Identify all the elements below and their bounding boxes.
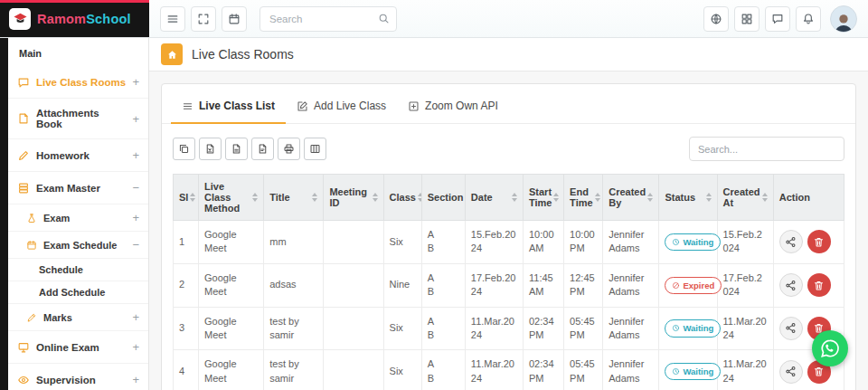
column-header-meeting-id[interactable]: Meeting ID: [324, 175, 383, 221]
column-header-action[interactable]: Action: [773, 175, 844, 221]
calendar-button[interactable]: [222, 6, 247, 32]
row-meeting-id: [324, 307, 383, 350]
tab-add-live-class[interactable]: Add Live Class: [286, 90, 397, 124]
global-search: [259, 6, 397, 32]
attachments-icon: [17, 112, 30, 125]
clock-icon: [672, 324, 680, 332]
live-class-table: SlLive Class MethodTitleMeeting IDClassS…: [173, 174, 844, 390]
share-class-button[interactable]: [779, 230, 803, 253]
row-actions: [773, 221, 844, 264]
row-sl: 1: [174, 221, 199, 264]
column-label: Class: [390, 192, 416, 203]
row-start-time: 02:34 PM: [524, 350, 564, 390]
column-header-status[interactable]: Status: [659, 175, 717, 221]
sort-icon: [762, 193, 768, 202]
sidebar-item-schedule[interactable]: Schedule: [8, 259, 148, 281]
share-class-button[interactable]: [779, 317, 803, 340]
row-title: adsas: [264, 263, 324, 307]
language-globe-button[interactable]: [703, 6, 729, 32]
sidebar-rail: [0, 38, 8, 390]
notifications-bell-button[interactable]: [796, 6, 821, 32]
sidebar-item-exam-master[interactable]: Exam Master−: [8, 172, 148, 205]
row-status: Waiting: [659, 221, 717, 264]
column-header-created-by[interactable]: Created By: [603, 175, 659, 221]
column-label: Title: [269, 192, 289, 203]
topbar-main: [149, 0, 868, 37]
sidebar-item-label: Exam Schedule: [43, 240, 117, 251]
row-created-at: 15.Feb.2024: [717, 221, 773, 264]
status-badge: Waiting: [665, 319, 721, 337]
pdf-button[interactable]: [251, 138, 274, 160]
csv-icon: [231, 143, 242, 155]
sidebar-item-homework[interactable]: Homework+: [8, 139, 148, 172]
tab-live-class-list[interactable]: Live Class List: [171, 90, 286, 124]
column-header-sl[interactable]: Sl: [174, 175, 199, 221]
whatsapp-button[interactable]: [812, 330, 848, 366]
sidebar-item-supervision[interactable]: Supervision+: [8, 364, 148, 390]
sidebar-item-attachments-book[interactable]: Attachments Book+: [8, 99, 148, 139]
messages-button[interactable]: [765, 6, 790, 32]
table-toolbar: [162, 124, 855, 174]
logo[interactable]: RamomSchool: [0, 0, 149, 37]
user-avatar[interactable]: [830, 5, 857, 33]
row-class: Six: [383, 307, 421, 350]
exam-master-icon: [17, 182, 30, 195]
print-button[interactable]: [278, 138, 300, 160]
table-search-input[interactable]: [689, 137, 844, 161]
copy-button[interactable]: [173, 138, 195, 160]
share-class-button[interactable]: [779, 360, 803, 384]
column-header-live-class-method[interactable]: Live Class Method: [199, 175, 264, 221]
search-icon[interactable]: [378, 13, 390, 24]
share-class-button[interactable]: [779, 273, 803, 297]
table-row: 3Google Meettest by samirSixA B11.Mar.20…: [174, 307, 844, 350]
excel-button[interactable]: [199, 138, 222, 160]
tab-zoom-own-api[interactable]: Zoom Own API: [397, 90, 509, 124]
column-header-section[interactable]: Section: [421, 175, 465, 221]
row-created-at: 17.Feb.2024: [717, 263, 773, 307]
column-label: Created At: [723, 186, 760, 208]
column-label: Meeting ID: [329, 186, 370, 208]
column-header-date[interactable]: Date: [465, 175, 523, 221]
sort-icon: [252, 193, 258, 202]
page-title: Live Class Rooms: [192, 47, 294, 62]
column-header-class[interactable]: Class: [383, 175, 421, 221]
sidebar-item-exam[interactable]: Exam+: [8, 205, 148, 232]
sidebar-item-label: Exam Master: [36, 183, 100, 194]
trash-icon: [813, 280, 825, 291]
plus-square-icon: [408, 100, 420, 112]
fullscreen-button[interactable]: [191, 6, 216, 32]
column-header-start-time[interactable]: Start Time: [524, 175, 564, 221]
list-icon: [182, 100, 193, 112]
table-row: 2Google MeetadsasNineA B17.Feb.202411:45…: [174, 263, 844, 307]
sidebar-item-exam-schedule[interactable]: Exam Schedule−: [8, 232, 148, 259]
live-class-card: Live Class ListAdd Live ClassZoom Own AP…: [161, 83, 856, 390]
sort-icon: [595, 193, 600, 202]
sidebar-item-live-class-rooms[interactable]: Live Class Rooms+: [8, 66, 148, 99]
columns-button[interactable]: [304, 138, 326, 160]
menu-toggle-button[interactable]: [160, 6, 185, 32]
supervision-icon: [17, 374, 30, 386]
column-header-title[interactable]: Title: [264, 175, 324, 221]
delete-button[interactable]: [807, 273, 831, 297]
delete-button[interactable]: [807, 230, 831, 253]
sidebar-section-label: Main: [8, 38, 148, 66]
home-icon[interactable]: [161, 43, 183, 65]
columns-icon: [309, 143, 321, 155]
apps-grid-button[interactable]: [734, 6, 760, 32]
sidebar-item-online-exam[interactable]: Online Exam+: [8, 331, 148, 364]
column-header-created-at[interactable]: Created At: [717, 175, 773, 221]
column-header-end-time[interactable]: End Time: [564, 175, 603, 221]
row-title: test by samir: [264, 307, 324, 350]
sort-icon: [312, 193, 317, 202]
sidebar-item-marks[interactable]: Marks+: [8, 304, 148, 331]
sidebar-item-add-schedule[interactable]: Add Schedule: [8, 281, 148, 304]
status-badge: Expired: [665, 277, 722, 294]
share-nodes-icon: [785, 280, 797, 291]
sidebar-item-label: Add Schedule: [39, 287, 105, 298]
csv-button[interactable]: [225, 138, 248, 160]
share-nodes-icon: [785, 322, 797, 334]
row-status: Waiting: [659, 350, 717, 390]
global-search-input[interactable]: [259, 6, 397, 32]
sidebar-item-label: Homework: [36, 150, 90, 161]
row-live-class-method: Google Meet: [199, 307, 264, 350]
